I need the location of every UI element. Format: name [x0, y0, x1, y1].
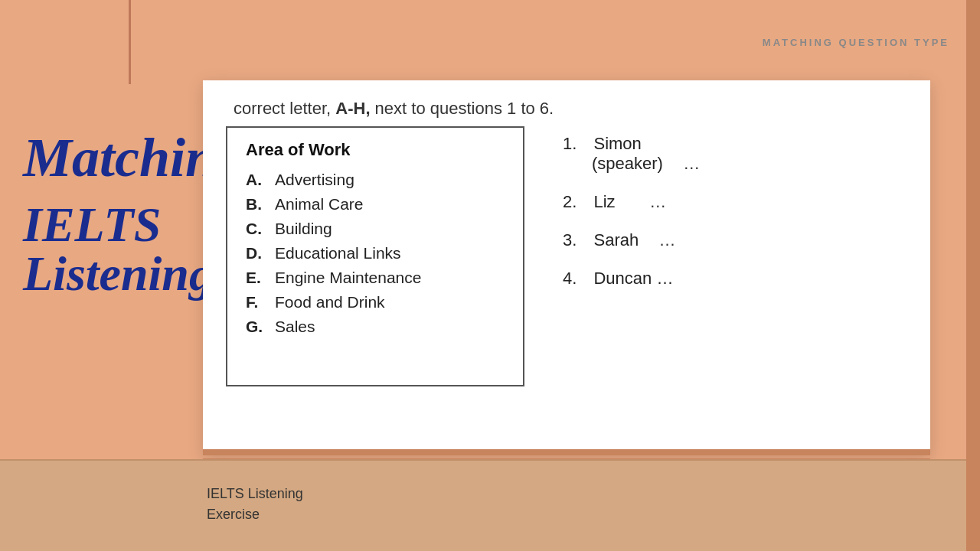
- list-item: F. Food and Drink: [246, 293, 505, 311]
- area-letter-e: E.: [246, 269, 264, 287]
- question-num-4: 4.: [563, 269, 577, 288]
- area-letter-a: A.: [246, 171, 264, 189]
- right-decoration-strip: [966, 0, 980, 551]
- area-letter-f: F.: [246, 293, 264, 311]
- bottom-label-line1: IELTS Listening: [207, 484, 303, 504]
- area-label-c: Building: [275, 220, 332, 238]
- areas-of-work-box: Area of Work A. Advertising B. Animal Ca…: [226, 126, 524, 386]
- questions-column: 1. Simon (speaker) … 2. Liz … 3. Sarah …: [547, 126, 907, 386]
- question-name-1: Simon: [593, 134, 641, 153]
- card-body: Area of Work A. Advertising B. Animal Ca…: [203, 126, 930, 386]
- bottom-label: IELTS Listening Exercise: [207, 484, 303, 525]
- background: MATCHING QUESTION TYPE Matching IELTS Li…: [0, 0, 980, 551]
- question-3: 3. Sarah …: [563, 230, 892, 250]
- area-letter-c: C.: [246, 220, 264, 238]
- areas-heading: Area of Work: [246, 140, 505, 160]
- question-dots-1: …: [674, 154, 700, 173]
- list-item: G. Sales: [246, 318, 505, 336]
- question-2: 2. Liz …: [563, 192, 892, 212]
- question-name-4: Duncan …: [593, 269, 673, 288]
- question-num-3: 3.: [563, 230, 577, 249]
- bottom-label-line2: Exercise: [207, 504, 303, 525]
- question-name-3: Sarah: [593, 230, 639, 249]
- list-item: B. Animal Care: [246, 195, 505, 214]
- area-label-b: Animal Care: [275, 195, 364, 214]
- area-label-d: Educational Links: [275, 244, 401, 262]
- card-bottom-bar: [203, 449, 930, 455]
- question-num-1: 1.: [563, 134, 577, 153]
- area-label-a: Advertising: [275, 171, 354, 189]
- question-dots-3: …: [649, 230, 675, 249]
- list-item: C. Building: [246, 220, 505, 238]
- question-speaker-label: (speaker): [592, 154, 663, 173]
- question-num-2: 2.: [563, 192, 577, 211]
- card-header: correct letter, A-H, next to questions 1…: [203, 80, 930, 126]
- question-name-2: Liz: [593, 192, 615, 211]
- area-label-f: Food and Drink: [275, 293, 385, 311]
- list-item: A. Advertising: [246, 171, 505, 189]
- question-dots-2: …: [626, 192, 667, 211]
- area-letter-g: G.: [246, 318, 264, 336]
- area-label-g: Sales: [275, 318, 315, 336]
- list-item: D. Educational Links: [246, 244, 505, 262]
- list-item: E. Engine Maintenance: [246, 269, 505, 287]
- area-label-e: Engine Maintenance: [275, 269, 421, 287]
- area-letter-d: D.: [246, 244, 264, 262]
- decoration-line: [129, 0, 131, 84]
- main-card: correct letter, A-H, next to questions 1…: [203, 80, 930, 455]
- question-1: 1. Simon (speaker) …: [563, 134, 892, 174]
- page-type-label: MATCHING QUESTION TYPE: [763, 37, 949, 48]
- question-4: 4. Duncan …: [563, 269, 892, 289]
- bottom-strip: IELTS Listening Exercise: [0, 459, 980, 551]
- area-letter-b: B.: [246, 195, 264, 214]
